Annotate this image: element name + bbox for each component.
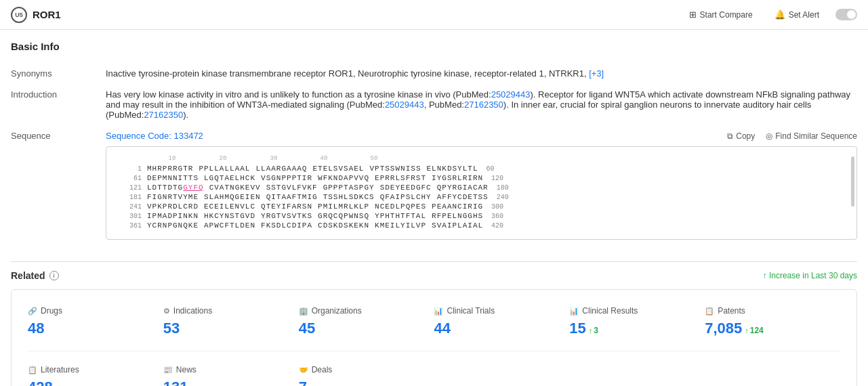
find-similar-icon: ◎ [766,131,772,141]
section-title: Basic Info [11,41,857,52]
page-title: ROR1 [33,9,61,20]
patents-icon: 📋 [705,307,714,316]
pubmed2-link[interactable]: 25029443 [385,100,424,110]
deals-icon: 🤝 [299,366,308,374]
stat-patents[interactable]: 📋 Patents 7,085 ↑124 [705,301,840,343]
set-alert-label: Set Alert [789,10,819,20]
set-alert-button[interactable]: 🔔 Set Alert [769,7,825,22]
stat-clinical-results[interactable]: 📊 Clinical Results 15 ↑3 [569,301,705,343]
seq-line-241: 241 VPKPRDLCRD ECEILENVLC QTEYIFARSN PMI… [115,202,848,211]
compare-icon: ⊞ [689,9,697,20]
stat-indications[interactable]: ⚙ Indications 53 [163,301,299,343]
pubmed1-link[interactable]: 25029443 [491,89,531,100]
seq-line-361: 361 YCRNPGNQKE APWCFTLDEN FKSDLCDIPA CDS… [115,221,848,230]
start-compare-label: Start Compare [700,10,753,20]
app-logo: U5 [11,7,27,23]
copy-icon: ⧉ [727,131,733,141]
sequence-actions: ⧉ Copy ◎ Find Similar Sequence [727,131,857,141]
sequence-content: Sequence Code: 133472 ⧉ Copy ◎ Find Simi… [106,125,857,245]
pubmed3-link[interactable]: 27162350 [464,100,503,110]
info-icon[interactable]: i [49,271,59,280]
related-title: Related i [11,270,59,281]
stat-organizations[interactable]: 🏢 Organizations 45 [299,301,434,343]
find-similar-button[interactable]: ◎ Find Similar Sequence [766,131,857,141]
scrollbar[interactable] [851,156,854,207]
sequence-ruler: 10 20 30 40 50 [115,155,848,162]
logo-text: U5 [15,12,23,18]
sequence-box[interactable]: 10 20 30 40 50 1 MHRPRRGTR PPLLALLAAL LL… [106,146,857,240]
organizations-icon: 🏢 [299,307,308,316]
seq-line-1: 1 MHRPRRGTR PPLLALLAAL LLAARGAAAQ ETELSV… [115,165,848,173]
introduction-row: Introduction Has very low kinase activit… [11,84,857,125]
sequence-row: Sequence Sequence Code: 133472 ⧉ Copy ◎ … [11,125,857,245]
stat-drugs[interactable]: 🔗 Drugs 48 [28,301,163,343]
start-compare-button[interactable]: ⊞ Start Compare [684,7,758,22]
stats-row-2: 📋 Literatures 428 📰 News 131 ↑2 [28,360,840,386]
synonyms-value: Inactive tyrosine-protein kinase transme… [106,63,857,84]
info-table: Synonyms Inactive tyrosine-protein kinas… [11,63,857,245]
sequence-code-link[interactable]: Sequence Code: 133472 [106,131,203,141]
main-content: Basic Info Synonyms Inactive tyrosine-pr… [0,30,868,386]
seq-line-181: 181 FIGNRTVYME SLAHMQGEIEN QITAAFTMIG TS… [115,193,848,201]
gyfq-link[interactable]: GYFQ [183,184,203,192]
synonyms-label: Synonyms [11,63,106,84]
increase-label: ↑ Increase in Last 30 days [763,271,857,280]
clinical-trials-icon: 📊 [434,307,443,316]
copy-button[interactable]: ⧉ Copy [727,131,755,141]
literatures-icon: 📋 [28,366,37,374]
stats-row-1: 🔗 Drugs 48 ⚙ Indications 53 🏢 [28,301,840,351]
seq-line-61: 61 DEPMNNITTS LGQTAELHCK VSGNPPPTIR WFKN… [115,174,848,182]
news-icon: 📰 [163,366,173,374]
header-right: ⊞ Start Compare 🔔 Set Alert [684,7,857,22]
related-section: Related i ↑ Increase in Last 30 days 🔗 D… [11,261,857,386]
drugs-icon: 🔗 [28,307,37,316]
related-header: Related i ↑ Increase in Last 30 days [11,270,857,281]
patents-delta: ↑124 [745,326,764,335]
stat-deals[interactable]: 🤝 Deals 7 [299,360,434,386]
basic-info-section: Basic Info Synonyms Inactive tyrosine-pr… [11,41,857,245]
stat-clinical-trials[interactable]: 📊 Clinical Trials 44 [434,301,569,343]
header-left: U5 ROR1 [11,7,61,23]
header: U5 ROR1 ⊞ Start Compare 🔔 Set Alert [0,0,868,30]
clinical-results-delta: ↑3 [589,326,598,335]
alert-toggle[interactable] [835,9,857,20]
introduction-label: Introduction [11,84,106,125]
sequence-label: Sequence [11,125,106,245]
seq-line-121: 121 LDTTDTGGYFQ CVATNGKEVV SSTGVLFVKF GP… [115,184,848,192]
synonyms-more-link[interactable]: [+3] [589,68,604,79]
alert-icon: 🔔 [774,9,785,20]
clinical-results-icon: 📊 [569,307,579,316]
stat-literatures[interactable]: 📋 Literatures 428 [28,360,163,386]
sequence-header: Sequence Code: 133472 ⧉ Copy ◎ Find Simi… [106,131,857,141]
stat-news[interactable]: 📰 News 131 ↑2 [163,360,299,386]
introduction-value: Has very low kinase activity in vitro an… [106,84,857,125]
indications-icon: ⚙ [163,307,170,316]
seq-line-301: 301 IPMADPINKN HKCYNSTGVD YRGTVSVTKS GRQ… [115,212,848,220]
synonyms-row: Synonyms Inactive tyrosine-protein kinas… [11,63,857,84]
stats-container: 🔗 Drugs 48 ⚙ Indications 53 🏢 [11,289,857,386]
pubmed4-link[interactable]: 27162350 [144,110,183,120]
